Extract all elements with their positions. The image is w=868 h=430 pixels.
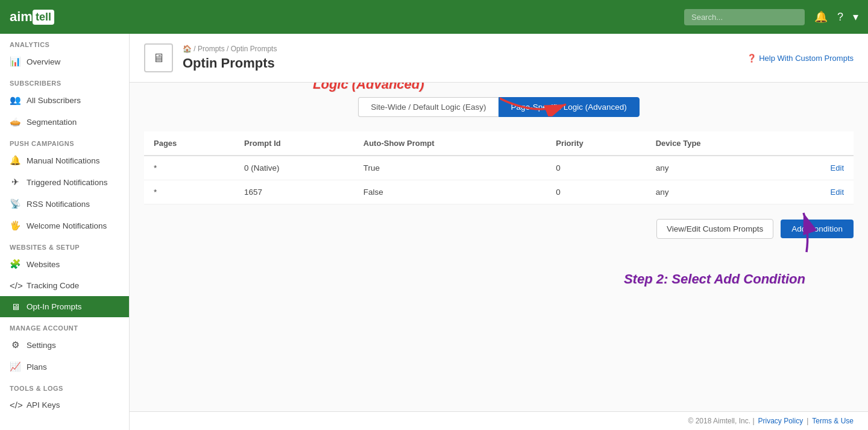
sidebar-section-push-campaigns: PUSH CAMPAIGNS (0, 133, 129, 150)
logo: aimtell (10, 9, 54, 25)
annotation-step1-container: Step 1: Select Page-Specific Logic (Adva… (144, 97, 854, 117)
site-wide-logic-button[interactable]: Site-Wide / Default Logic (Easy) (358, 97, 498, 117)
footer-copyright: © 2018 Aimtell, Inc. | (688, 417, 754, 425)
plans-icon: 📈 (10, 361, 20, 372)
cell-prompt-id-0: 0 (Native) (234, 156, 354, 180)
help-circle-icon: ❓ (747, 54, 756, 63)
cell-priority-0: 0 (546, 156, 646, 180)
sidebar-item-overview[interactable]: 📊Overview (0, 51, 129, 72)
sidebar-item-settings[interactable]: ⚙Settings (0, 334, 129, 356)
sidebar-item-all-subscribers[interactable]: 👥All Subscribers (0, 89, 129, 111)
sidebar-label-welcome-notifications: Welcome Notifications (27, 221, 107, 230)
sidebar-label-rss-notifications: RSS Notifications (27, 200, 90, 209)
step2-annotation: Step 2: Select Add Condition (624, 271, 805, 287)
sidebar-label-segmentation: Segmentation (27, 118, 77, 127)
cell-prompt-id-1: 1657 (234, 180, 354, 204)
col-auto-show: Auto-Show Prompt (354, 131, 546, 156)
sidebar-item-rss-notifications[interactable]: 📡RSS Notifications (0, 193, 129, 215)
all-subscribers-icon: 👥 (10, 95, 20, 106)
breadcrumb: 🏠 / Prompts / Optin Prompts (183, 45, 277, 53)
cell-device-type-0: any (646, 156, 784, 180)
sidebar-label-all-subscribers: All Subscribers (27, 96, 81, 105)
sidebar-item-manual-notifications[interactable]: 🔔Manual Notifications (0, 150, 129, 171)
view-edit-prompts-button[interactable]: View/Edit Custom Prompts (656, 219, 773, 239)
sidebar-section-websites-&-setup: WEBSITES & SETUP (0, 236, 129, 253)
page-header: 🖥 🏠 / Prompts / Optin Prompts Optin Prom… (130, 34, 868, 83)
dropdown-icon[interactable]: ▾ (853, 10, 858, 24)
sidebar-label-settings: Settings (27, 341, 56, 350)
help-custom-prompts-text: Help With Custom Prompts (759, 54, 854, 63)
logo-aim: aim (10, 9, 33, 25)
terms-use-link[interactable]: Terms & Use (812, 417, 854, 425)
sidebar-label-manual-notifications: Manual Notifications (27, 156, 100, 165)
footer-separator: | (807, 417, 808, 425)
sidebar-item-tracking-code[interactable]: </>Tracking Code (0, 275, 129, 296)
cell-auto-show-1: False (354, 180, 546, 204)
sidebar: ANALYTICS📊OverviewSUBSCRIBERS👥All Subscr… (0, 34, 130, 430)
col-pages: Pages (144, 131, 234, 156)
sidebar-section-analytics: ANALYTICS (0, 34, 129, 51)
sidebar-label-api-keys: API Keys (27, 400, 60, 409)
page-title-group: 🏠 / Prompts / Optin Prompts Optin Prompt… (183, 45, 277, 71)
action-bar: View/Edit Custom Prompts Add Condition (144, 219, 854, 239)
breadcrumb-current: Optin Prompts (231, 45, 277, 53)
breadcrumb-separator2: / (227, 45, 231, 53)
sidebar-label-websites: Websites (27, 260, 60, 269)
table-row: *1657False0anyEdit (144, 180, 854, 204)
sidebar-label-tracking-code: Tracking Code (27, 281, 79, 290)
main-layout: ANALYTICS📊OverviewSUBSCRIBERS👥All Subscr… (0, 34, 868, 430)
privacy-policy-link[interactable]: Privacy Policy (758, 417, 804, 425)
api-keys-icon: </> (10, 400, 20, 410)
breadcrumb-prompts-link[interactable]: Prompts (198, 45, 225, 53)
cell-pages-0: * (144, 156, 234, 180)
sidebar-item-websites[interactable]: 🧩Websites (0, 253, 129, 275)
prompts-table: Pages Prompt Id Auto-Show Prompt Priorit… (144, 131, 854, 204)
table-header-row: Pages Prompt Id Auto-Show Prompt Priorit… (144, 131, 854, 156)
cell-action-0: Edit (784, 156, 854, 180)
sidebar-label-triggered-notifications: Triggered Notifications (27, 178, 108, 187)
page-specific-logic-button[interactable]: Page-Specific Logic (Advanced) (498, 97, 640, 117)
breadcrumb-home-icon: 🏠 (183, 45, 192, 53)
col-device-type: Device Type (646, 131, 784, 156)
bell-icon[interactable]: 🔔 (814, 10, 828, 24)
edit-link-0[interactable]: Edit (831, 163, 844, 172)
sidebar-item-segmentation[interactable]: 🥧Segmentation (0, 111, 129, 133)
manual-notifications-icon: 🔔 (10, 155, 20, 166)
segmentation-icon: 🥧 (10, 116, 20, 127)
add-condition-button[interactable]: Add Condition (781, 220, 854, 238)
sidebar-label-opt-in-prompts: Opt-In Prompts (27, 302, 82, 311)
rss-notifications-icon: 📡 (10, 198, 20, 209)
logo-tell: tell (33, 10, 54, 25)
sidebar-label-overview: Overview (27, 57, 60, 66)
sidebar-item-triggered-notifications[interactable]: ✈Triggered Notifications (0, 171, 129, 193)
sidebar-item-opt-in-prompts[interactable]: 🖥Opt-In Prompts (0, 296, 129, 317)
page-icon: 🖥 (144, 43, 173, 72)
cell-action-1: Edit (784, 180, 854, 204)
sidebar-section-subscribers: SUBSCRIBERS (0, 72, 129, 89)
edit-link-1[interactable]: Edit (831, 188, 844, 197)
page-title: Optin Prompts (183, 55, 277, 71)
col-prompt-id: Prompt Id (234, 131, 354, 156)
sidebar-item-welcome-notifications[interactable]: 🖐Welcome Notifications (0, 215, 129, 236)
top-nav-right: 🔔 ? ▾ (684, 9, 858, 25)
tracking-code-icon: </> (10, 280, 20, 291)
sidebar-label-plans: Plans (27, 362, 47, 372)
settings-icon: ⚙ (10, 340, 20, 350)
content-area: 🖥 🏠 / Prompts / Optin Prompts Optin Prom… (130, 34, 868, 430)
col-action (784, 131, 854, 156)
top-navigation: aimtell 🔔 ? ▾ (0, 0, 868, 34)
cell-auto-show-0: True (354, 156, 546, 180)
content-body: Step 1: Select Page-Specific Logic (Adva… (130, 83, 868, 411)
help-icon[interactable]: ? (837, 11, 843, 24)
sidebar-item-plans[interactable]: 📈Plans (0, 356, 129, 378)
col-priority: Priority (546, 131, 646, 156)
top-nav-search-input[interactable] (684, 9, 805, 25)
sidebar-section-manage-account: MANAGE ACCOUNT (0, 317, 129, 334)
overview-icon: 📊 (10, 56, 20, 67)
table-row: *0 (Native)True0anyEdit (144, 156, 854, 180)
help-custom-prompts-link[interactable]: ❓ Help With Custom Prompts (747, 54, 854, 63)
cell-priority-1: 0 (546, 180, 646, 204)
sidebar-item-api-keys[interactable]: </>API Keys (0, 394, 129, 416)
step1-annotation: Step 1: Select Page-Specific Logic (Adva… (313, 83, 491, 92)
action-bar-container: View/Edit Custom Prompts Add Condition (144, 219, 854, 239)
